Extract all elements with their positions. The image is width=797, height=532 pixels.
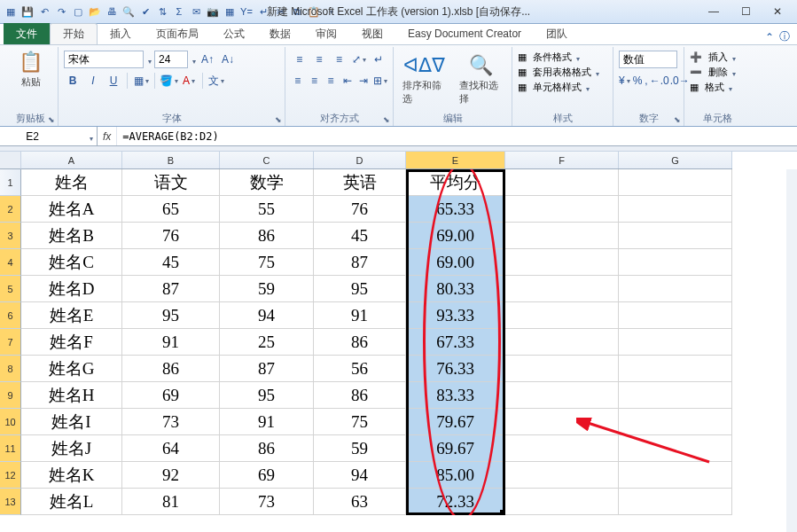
cell[interactable]: 72.33 xyxy=(406,489,505,515)
cell[interactable]: 姓名H xyxy=(21,382,122,409)
cell[interactable]: 59 xyxy=(314,435,406,462)
align-right-icon[interactable]: ≡ xyxy=(324,72,338,90)
ribbon-minimize-icon[interactable]: ⌃ xyxy=(765,31,774,43)
cell[interactable]: 75 xyxy=(220,249,314,276)
cell[interactable] xyxy=(619,302,732,329)
cell[interactable]: 87 xyxy=(314,249,406,276)
grid[interactable]: 姓名语文数学英语平均分姓名A65557665.33姓名B76864569.00姓… xyxy=(21,169,732,515)
formula-icon[interactable]: Y= xyxy=(239,4,254,19)
select-all-corner[interactable] xyxy=(0,152,21,169)
cell[interactable] xyxy=(505,329,619,356)
print-icon[interactable]: 🖶 xyxy=(105,4,119,19)
align-left-icon[interactable]: ≡ xyxy=(291,72,305,90)
cell[interactable] xyxy=(619,196,732,223)
align-center-icon[interactable]: ≡ xyxy=(308,72,322,90)
cell[interactable] xyxy=(505,409,619,435)
cell[interactable]: 76 xyxy=(314,196,406,223)
cell[interactable] xyxy=(505,276,619,302)
save-icon[interactable]: 💾 xyxy=(20,4,35,19)
cell[interactable] xyxy=(505,169,619,196)
col-header-c[interactable]: C xyxy=(220,152,314,168)
row-header[interactable]: 11 xyxy=(0,435,21,462)
col-header-f[interactable]: F xyxy=(505,152,619,168)
cell[interactable]: 63 xyxy=(314,489,406,515)
cell[interactable]: 姓名D xyxy=(21,276,122,302)
cell[interactable]: 姓名I xyxy=(21,409,122,435)
cell[interactable]: 91 xyxy=(314,302,406,329)
col-header-g[interactable]: G xyxy=(619,152,732,168)
fx-button[interactable]: fx xyxy=(98,127,117,145)
cell[interactable]: 55 xyxy=(220,196,314,223)
cell[interactable]: 79.67 xyxy=(406,409,505,435)
tab-formulas[interactable]: 公式 xyxy=(211,23,257,44)
cell[interactable]: 姓名E xyxy=(21,302,122,329)
cell[interactable]: 姓名J xyxy=(21,435,122,462)
chevron-down-icon[interactable] xyxy=(88,129,93,145)
underline-button[interactable]: U xyxy=(105,72,122,90)
cell[interactable] xyxy=(505,489,619,515)
row-header[interactable]: 1 xyxy=(0,169,21,196)
cell[interactable]: 45 xyxy=(122,249,220,276)
row-header[interactable]: 6 xyxy=(0,302,21,329)
cell[interactable]: 25 xyxy=(220,329,314,356)
bold-button[interactable]: B xyxy=(64,72,82,90)
cell[interactable]: 69.00 xyxy=(406,223,505,249)
row-header[interactable]: 3 xyxy=(0,223,21,249)
cell[interactable]: 95 xyxy=(314,276,406,302)
merge-icon[interactable]: ⊞ xyxy=(373,72,387,90)
excel-icon[interactable]: ▦ xyxy=(4,4,18,19)
cell[interactable]: 83.33 xyxy=(406,382,505,409)
cell[interactable] xyxy=(505,462,619,489)
wrap-text-icon[interactable]: ↵ xyxy=(371,51,387,68)
autosum-icon[interactable]: Σ xyxy=(172,4,186,19)
col-header-e[interactable]: E xyxy=(406,152,505,168)
phonetic-button[interactable]: 文 xyxy=(207,72,225,90)
tab-data[interactable]: 数据 xyxy=(257,23,303,44)
sort-filter-button[interactable]: ᐊᐃᐁ 排序和筛选 xyxy=(399,52,450,107)
row-header[interactable]: 7 xyxy=(0,329,21,356)
cell[interactable] xyxy=(505,249,619,276)
new-icon[interactable]: ▢ xyxy=(71,4,85,19)
cell[interactable]: 姓名 xyxy=(21,169,122,196)
cell[interactable]: 英语 xyxy=(314,169,406,196)
cell[interactable]: 76.33 xyxy=(406,356,505,382)
chevron-down-icon[interactable] xyxy=(146,51,152,67)
cell[interactable] xyxy=(505,302,619,329)
cell[interactable]: 86 xyxy=(220,435,314,462)
cell[interactable]: 91 xyxy=(220,409,314,435)
cell[interactable]: 69 xyxy=(220,462,314,489)
camera-icon[interactable]: 📷 xyxy=(206,4,220,19)
align-top-icon[interactable]: ≡ xyxy=(291,51,308,68)
row-header[interactable]: 12 xyxy=(0,462,21,489)
cell[interactable]: 87 xyxy=(122,276,220,302)
tab-insert[interactable]: 插入 xyxy=(98,23,144,44)
cell[interactable]: 86 xyxy=(122,356,220,382)
cell[interactable]: 69.00 xyxy=(406,249,505,276)
cell[interactable]: 67.33 xyxy=(406,329,505,356)
formula-input[interactable]: =AVERAGE(B2:D2) xyxy=(117,127,797,145)
cell[interactable] xyxy=(505,196,619,223)
cell[interactable] xyxy=(619,382,732,409)
align-middle-icon[interactable]: ≡ xyxy=(310,51,327,68)
cell[interactable]: 56 xyxy=(314,356,406,382)
indent-dec-icon[interactable]: ⇤ xyxy=(340,72,355,90)
paste-button[interactable]: 📋 粘贴 xyxy=(9,49,52,90)
insert-cells-button[interactable]: ➕插入 xyxy=(690,51,745,64)
cell[interactable]: 93.33 xyxy=(406,302,505,329)
cell[interactable] xyxy=(619,356,732,382)
cell[interactable]: 95 xyxy=(220,382,314,409)
cell[interactable]: 69.67 xyxy=(406,435,505,462)
cell[interactable]: 76 xyxy=(122,223,220,249)
cell[interactable] xyxy=(619,329,732,356)
tab-team[interactable]: 团队 xyxy=(534,23,580,44)
tab-edc[interactable]: Easy Document Creator xyxy=(395,23,534,44)
row-header[interactable]: 8 xyxy=(0,356,21,382)
cell[interactable]: 姓名K xyxy=(21,462,122,489)
spell-icon[interactable]: ✔ xyxy=(138,4,152,19)
decimal-inc-icon[interactable]: ←.0 xyxy=(651,72,668,90)
cell[interactable]: 59 xyxy=(220,276,314,302)
row-header[interactable]: 2 xyxy=(0,196,21,223)
indent-inc-icon[interactable]: ⇥ xyxy=(356,72,371,90)
percent-icon[interactable]: % xyxy=(633,72,643,90)
tab-view[interactable]: 视图 xyxy=(349,23,395,44)
